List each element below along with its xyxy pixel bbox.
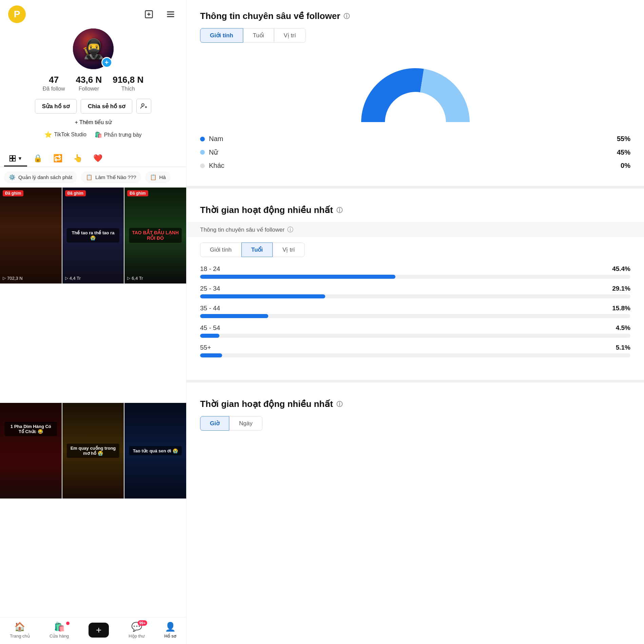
age-bar-bg-1824 [200, 275, 630, 279]
menu-icon[interactable] [163, 7, 178, 22]
nav-home-label: Trang chủ [10, 633, 30, 639]
playlist-manage[interactable]: ⚙️ Quản lý danh sách phát [4, 171, 77, 183]
tab-gender[interactable]: Giới tính [200, 28, 243, 43]
tab-location-2[interactable]: Vị trí [273, 242, 305, 257]
nav-create[interactable]: + [89, 623, 109, 638]
add-friend-button[interactable] [136, 99, 151, 114]
video-cell-6[interactable]: Tao tức quá sen ơi 😭 [124, 403, 186, 499]
tiktok-studio-link[interactable]: ⭐ TikTok Studio [44, 131, 86, 138]
top-bar: P [0, 0, 186, 28]
tab-day[interactable]: Ngày [229, 416, 262, 431]
profile-icon: 👤 [165, 622, 176, 632]
tab-tagged[interactable]: 🔒 [28, 151, 47, 167]
donut-chart [351, 51, 480, 125]
cart-dot [66, 622, 70, 625]
following-stat: 47 Đã follow [43, 75, 65, 92]
avatar-add-button[interactable]: + [101, 57, 112, 68]
video-overlay-2: Thề tao ra thề tao ra 😭 [67, 228, 119, 242]
content-tabs: ▼ 🔒 🔁 👆 ❤️ [0, 151, 186, 167]
age-bar-bg-3544 [200, 314, 630, 318]
play-count-3: ▷ 6,4 Tr [127, 276, 143, 281]
follower-insight-title: Thông tin chuyên sâu về follower ⓘ [200, 11, 630, 21]
follower-insight-section: Thông tin chuyên sâu về follower ⓘ Giới … [200, 11, 630, 170]
display-link[interactable]: 🛍️ Phần trưng bày [95, 131, 142, 138]
video-overlay-6: Tao tức quá sen ơi 😭 [129, 446, 181, 455]
video-cell-5[interactable]: Em quay cuồng trong mơ hồ 😭 [62, 403, 124, 499]
age-pct-55plus: 5.1% [616, 344, 630, 351]
share-profile-button[interactable]: Chia sẻ hồ sơ [81, 99, 132, 114]
tab-gender-2[interactable]: Giới tính [200, 242, 241, 257]
video-overlay-4: 1 Pha Dim Hàng Có Tổ Chức 😂 [5, 422, 57, 436]
tab-videos[interactable]: ▼ [4, 151, 27, 167]
tab-collab[interactable]: 👆 [69, 151, 87, 167]
playlist-ha[interactable]: 📋 Hà [145, 171, 171, 183]
playlist-row: ⚙️ Quản lý danh sách phát 📋 Làm Thế Nào … [0, 167, 186, 188]
age-row-3544: 35 - 44 15.8% [200, 305, 630, 318]
display-label: Phần trưng bày [104, 132, 142, 138]
display-icon: 🛍️ [95, 131, 102, 138]
playlist-howto-label: Làm Thế Nào ??? [95, 174, 136, 180]
bottom-active-info-icon[interactable]: ⓘ [336, 400, 343, 408]
likes-count: 916,8 N [113, 75, 143, 85]
svg-rect-9 [10, 159, 12, 161]
age-label-4554: 45 - 54 [200, 324, 220, 332]
tab-age-2[interactable]: Tuổi [241, 242, 273, 257]
add-bio-button[interactable]: + Thêm tiểu sử [75, 119, 111, 125]
overlap-info-icon[interactable]: ⓘ [287, 226, 293, 234]
tab-age[interactable]: Tuổi [243, 28, 274, 43]
video-cell-3[interactable]: Đã ghim TAO BẮT ĐẦU LẠNH RỒI ĐÓ ▷ 6,4 Tr [124, 188, 186, 284]
tab-location[interactable]: Vị trí [274, 28, 306, 43]
create-button[interactable]: + [89, 623, 109, 638]
bookmark-icon[interactable] [141, 7, 156, 22]
stats-row: 47 Đã follow 43,6 N Follower 916,8 N Thí… [43, 75, 144, 92]
age-pct-1824: 45.4% [612, 265, 630, 273]
nav-profile[interactable]: 👤 Hồ sơ [164, 622, 176, 639]
age-bar-fill-55plus [200, 353, 222, 357]
nav-shop-label: Cửa hàng [50, 633, 69, 639]
playlist-howto[interactable]: 📋 Làm Thế Nào ??? [81, 171, 141, 183]
svg-point-4 [142, 104, 144, 106]
age-bar-fill-3544 [200, 314, 268, 318]
age-filter-tabs: Giới tính Tuổi Vị trí [200, 242, 630, 257]
howto-icon: 📋 [86, 174, 93, 180]
pinned-label-2: Đã ghim [65, 190, 86, 196]
nav-home[interactable]: 🏠 Trang chủ [10, 622, 30, 639]
divider-1 [187, 186, 644, 189]
age-row-55plus: 55+ 5.1% [200, 344, 630, 357]
follower-insight-info-icon[interactable]: ⓘ [344, 12, 350, 20]
active-time-info-icon[interactable]: ⓘ [336, 206, 343, 214]
nav-inbox[interactable]: 💬 99+ Hộp thư [129, 622, 144, 639]
likes-label: Thích [113, 86, 143, 92]
active-time-title: Thời gian hoạt động nhiều nhất ⓘ [200, 205, 630, 215]
other-pct: 0% [621, 162, 630, 170]
top-bar-icons [141, 7, 178, 22]
video-cell-4[interactable]: 1 Pha Dim Hàng Có Tổ Chức 😂 [0, 403, 62, 499]
bottom-active-title: Thời gian hoạt động nhiều nhất ⓘ [200, 399, 630, 409]
p-badge[interactable]: P [8, 5, 26, 23]
edit-profile-button[interactable]: Sửa hồ sơ [35, 99, 77, 114]
tab-liked[interactable]: ❤️ [89, 151, 107, 167]
gender-filter-tabs: Giới tính Tuổi Vị trí [200, 28, 630, 43]
nav-shop[interactable]: 🛍️ Cửa hàng [50, 622, 69, 639]
tiktok-studio-label: TikTok Studio [54, 132, 86, 138]
age-label-3544: 35 - 44 [200, 305, 220, 312]
video-cell-1[interactable]: Đã ghim ▷ 702,3 N [0, 188, 62, 284]
avatar-wrap: 🥷 + [73, 28, 114, 69]
playlist-manage-label: Quản lý danh sách phát [18, 174, 72, 180]
video-cell-2[interactable]: Đã ghim Thề tao ra thề tao ra 😭 ▷ 4,4 Tr [62, 188, 124, 284]
manage-icon: ⚙️ [9, 174, 16, 180]
svg-rect-7 [10, 156, 12, 158]
gender-legend: Nam 55% Nữ 45% Khác 0% [200, 135, 630, 170]
age-bar-bg-2534 [200, 294, 630, 298]
male-dot [200, 137, 205, 141]
age-row-2534: 25 - 34 29.1% [200, 285, 630, 298]
home-icon: 🏠 [14, 622, 25, 632]
inbox-badge: 99+ [138, 620, 148, 626]
age-row-1824: 18 - 24 45.4% [200, 265, 630, 279]
tab-hour[interactable]: Giờ [200, 416, 229, 431]
tab-reposts[interactable]: 🔁 [48, 151, 67, 167]
legend-other: Khác 0% [200, 162, 630, 170]
video-overlay-5: Em quay cuồng trong mơ hồ 😭 [67, 444, 119, 458]
playlist-ha-label: Hà [159, 174, 166, 180]
nav-inbox-label: Hộp thư [129, 633, 144, 639]
